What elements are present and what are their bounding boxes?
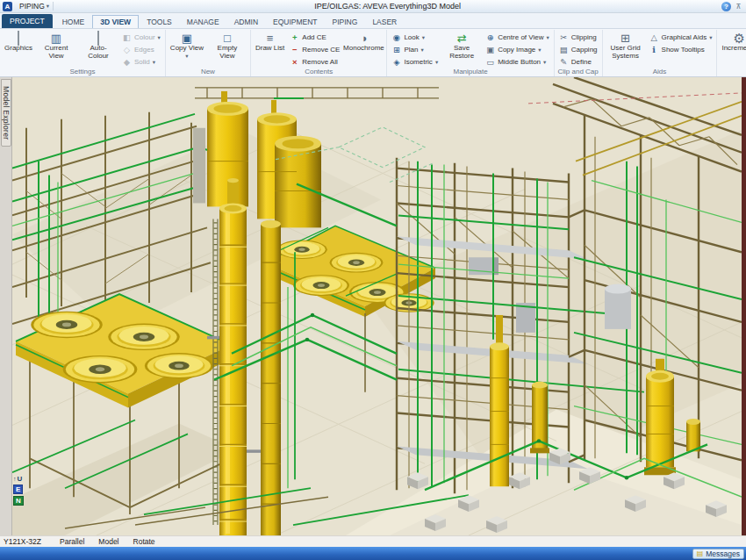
- view-border: [742, 77, 746, 535]
- current-view-button[interactable]: Current View: [36, 31, 76, 61]
- cross-icon: [290, 57, 299, 67]
- taskbar: ▤ Messages: [0, 547, 746, 560]
- empty-view-icon: [224, 32, 231, 45]
- info-icon: [649, 45, 659, 54]
- solid-button[interactable]: Solid ▾: [120, 56, 162, 68]
- grid-points-icon: [620, 32, 630, 45]
- increments-button[interactable]: Increments: [720, 31, 746, 54]
- ribbon-group-contents: Draw List Add CE Remove CE Remove All: [251, 30, 387, 76]
- tab-tools[interactable]: TOOLS: [140, 16, 179, 29]
- graphical-aids-button[interactable]: Graphical Aids ▾: [648, 32, 714, 43]
- mode-readout: Model: [98, 537, 118, 546]
- app-menu-button[interactable]: A: [3, 2, 12, 11]
- clipping-button[interactable]: Clipping: [557, 32, 599, 43]
- quick-access-toolbar[interactable]: PIPING ▾: [16, 2, 54, 11]
- action-readout: Rotate: [133, 537, 155, 546]
- scissors-icon: [559, 32, 569, 42]
- 3d-viewport[interactable]: U E N: [12, 77, 742, 535]
- quick-access-label: PIPING: [19, 2, 45, 11]
- swap-arrows-icon: [457, 32, 467, 45]
- capping-button[interactable]: Capping: [557, 44, 599, 55]
- chevron-down-icon: ▾: [158, 34, 161, 41]
- palette-icon: [122, 32, 132, 42]
- ribbon-group-aids: User Grid Systems Graphical Aids ▾ Show …: [603, 30, 718, 76]
- chevron-down-icon: ▾: [153, 59, 155, 66]
- empty-view-button[interactable]: Empty View: [207, 31, 247, 61]
- user-grid-systems-button[interactable]: User Grid Systems: [606, 31, 646, 61]
- group-label-aids: Aids: [603, 68, 717, 75]
- titlebar-controls: ? ⊼: [721, 2, 743, 11]
- titlebar: A PIPING ▾ IPE/OILGAS: AVEVA Everything3…: [0, 0, 746, 13]
- image-icon: [485, 45, 495, 54]
- remove-all-button[interactable]: Remove All: [288, 56, 341, 68]
- chevron-down-icon: ▾: [185, 53, 188, 60]
- crosshair-icon: [485, 32, 495, 42]
- middle-button-button[interactable]: Middle Button ▾: [484, 56, 551, 68]
- ribbon-group-increments: Increments: [717, 30, 746, 76]
- look-button[interactable]: Look ▾: [390, 32, 440, 43]
- aveva-e3d-window: A PIPING ▾ IPE/OILGAS: AVEVA Everything3…: [0, 0, 746, 560]
- copy-image-button[interactable]: Copy Image ▾: [484, 44, 551, 55]
- tab-laser[interactable]: LASER: [365, 16, 404, 29]
- triangle-ruler-icon: [649, 32, 659, 42]
- plan-button[interactable]: Plan ▾: [390, 44, 440, 55]
- tab-project[interactable]: PROJECT: [2, 14, 53, 29]
- projection-readout: Parallel: [60, 537, 84, 546]
- ribbon: Graphics Current View Auto-Colour Colour…: [0, 29, 746, 77]
- model-explorer-strip: Model Explorer: [0, 77, 12, 535]
- window-title: IPE/OILGAS: AVEVA Everything3D Model: [57, 2, 718, 11]
- tab-home[interactable]: HOME: [55, 16, 92, 29]
- draw-list-button[interactable]: Draw List: [254, 31, 286, 54]
- tab-manage[interactable]: MANAGE: [180, 16, 226, 29]
- copy-view-icon: [182, 32, 192, 45]
- auto-colour-button[interactable]: Auto-Colour: [78, 31, 118, 61]
- minus-icon: [290, 45, 299, 54]
- copy-view-button[interactable]: Copy View ▾: [169, 31, 205, 61]
- half-circle-icon: [360, 32, 367, 45]
- graphics-button[interactable]: Graphics: [3, 31, 34, 54]
- group-label-clip-and-cap: Clip and Cap: [555, 68, 602, 75]
- chevron-down-icon[interactable]: ▾: [47, 3, 49, 10]
- remove-ce-button[interactable]: Remove CE: [288, 44, 341, 55]
- tab-piping[interactable]: PIPING: [326, 16, 365, 29]
- save-restore-button[interactable]: Save Restore: [441, 31, 482, 61]
- mouse-icon: [485, 57, 495, 67]
- axis-indicator[interactable]: U E N: [13, 475, 24, 506]
- model-explorer-tab[interactable]: Model Explorer: [1, 79, 11, 147]
- centre-of-view-button[interactable]: Centre of View ▾: [484, 32, 551, 43]
- colour-button[interactable]: Colour ▾: [120, 32, 162, 43]
- ribbon-group-manipulate: Look ▾ Plan ▾ Isometric ▾: [387, 30, 554, 76]
- ribbon-group-clip-and-cap: Clipping Capping Define Clip and Cap: [555, 30, 603, 76]
- viewport-area: Model Explorer: [0, 77, 746, 535]
- group-label-settings: Settings: [0, 68, 165, 75]
- monitor-icon: [51, 32, 61, 45]
- view-direction-readout: Y121X-32Z: [4, 537, 60, 546]
- layers-icon: [559, 45, 569, 54]
- axis-east-icon: E: [13, 485, 23, 494]
- axis-north-icon: N: [13, 496, 24, 506]
- edges-button[interactable]: Edges: [120, 44, 162, 55]
- isometric-button[interactable]: Isometric ▾: [390, 56, 440, 68]
- define-button[interactable]: Define: [557, 56, 599, 68]
- tab-equipment[interactable]: EQUIPMENT: [266, 16, 325, 29]
- pin-ribbon-icon[interactable]: ⊼: [734, 2, 743, 11]
- statusbar: Y121X-32Z Parallel Model Rotate: [0, 535, 746, 547]
- chevron-down-icon: ▾: [709, 34, 712, 41]
- add-ce-button[interactable]: Add CE: [288, 32, 341, 43]
- list-icon: [267, 32, 274, 45]
- ribbon-tab-bar: PROJECT HOME 3D VIEW TOOLS MANAGE ADMIN …: [0, 13, 746, 29]
- chevron-down-icon: ▾: [435, 59, 438, 66]
- chevron-down-icon: ▾: [543, 59, 546, 66]
- show-tooltips-button[interactable]: Show Tooltips: [648, 44, 714, 55]
- gear-icon: [733, 32, 744, 45]
- pencil-icon: [559, 57, 569, 67]
- ribbon-group-new: Copy View ▾ Empty View New: [166, 30, 251, 76]
- plan-grid-icon: [391, 45, 401, 54]
- eye-icon: [391, 32, 401, 42]
- help-button[interactable]: ?: [721, 2, 731, 11]
- tab-3d-view[interactable]: 3D VIEW: [92, 15, 139, 29]
- cube-edges-icon: [122, 45, 132, 54]
- tab-admin[interactable]: ADMIN: [227, 16, 265, 29]
- messages-button[interactable]: ▤ Messages: [692, 549, 744, 559]
- monochrome-button[interactable]: Monochrome: [343, 31, 384, 54]
